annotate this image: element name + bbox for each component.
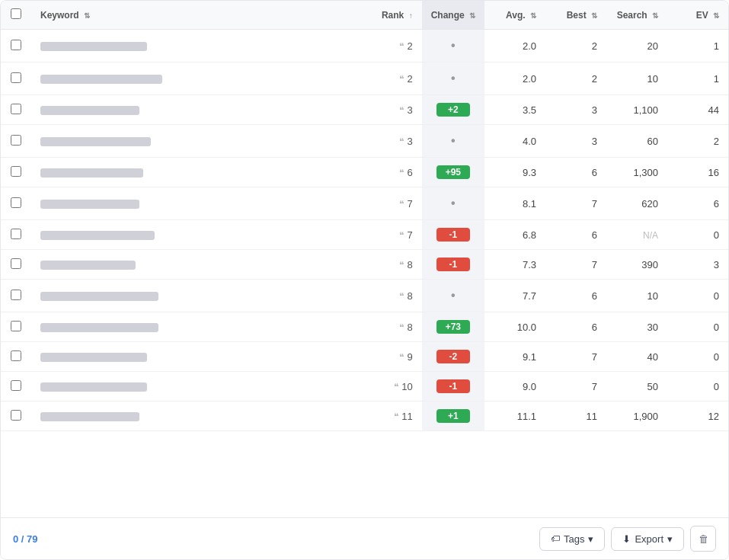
rank-cell: ❝2 (361, 62, 422, 95)
avg-cell: 4.0 (484, 125, 545, 158)
row-checkbox[interactable] (11, 166, 21, 177)
rank-cell: ❝8 (361, 280, 422, 312)
ev-cell: 0 (667, 312, 728, 342)
row-checkbox-cell[interactable] (1, 30, 31, 62)
delete-button[interactable]: 🗑 (690, 526, 716, 552)
change-header-label: Change (431, 10, 465, 21)
row-checkbox[interactable] (11, 229, 21, 239)
main-table-container: Keyword ⇅ Rank ↑ Change ⇅ Avg. ⇅ (0, 0, 729, 560)
rank-cell: ❝6 (361, 158, 422, 187)
search-cell: 10 (606, 62, 667, 95)
row-checkbox[interactable] (11, 380, 21, 391)
rank-value: 8 (407, 322, 412, 333)
ev-cell: 1 (667, 30, 728, 62)
ev-cell: 12 (667, 402, 728, 431)
row-checkbox-cell[interactable] (1, 402, 31, 431)
keyword-column-header[interactable]: Keyword ⇅ (31, 1, 361, 30)
row-checkbox-cell[interactable] (1, 187, 31, 220)
row-checkbox[interactable] (11, 72, 21, 83)
row-checkbox[interactable] (11, 135, 21, 146)
row-checkbox[interactable] (11, 290, 21, 300)
change-dot: • (436, 37, 470, 54)
avg-cell: 2.0 (484, 62, 545, 95)
rank-header-label: Rank (382, 10, 404, 21)
rank-cell: ❝7 (361, 220, 422, 250)
change-dot: • (436, 287, 470, 304)
rank-cell: ❝8 (361, 250, 422, 280)
row-checkbox-cell[interactable] (1, 250, 31, 280)
keyword-blurred-text (40, 75, 162, 84)
table-row: ❝3•4.03602 (1, 125, 728, 158)
best-column-header[interactable]: Best ⇅ (545, 1, 606, 30)
export-chevron-icon: ▾ (667, 533, 673, 545)
keyword-cell (31, 220, 361, 250)
rank-quote-icon: ❝ (399, 352, 404, 363)
rank-quote-icon: ❝ (399, 74, 404, 85)
keyword-cell (31, 372, 361, 402)
row-checkbox-cell[interactable] (1, 62, 31, 95)
keyword-blurred-text (40, 292, 158, 301)
rank-value: 7 (407, 198, 412, 210)
ev-cell: 6 (667, 187, 728, 220)
keyword-blurred-text (40, 200, 139, 209)
trash-icon: 🗑 (699, 533, 708, 545)
rank-cell: ❝8 (361, 312, 422, 342)
rank-cell: ❝2 (361, 30, 422, 62)
keyword-blurred-text (40, 382, 147, 392)
avg-column-header[interactable]: Avg. ⇅ (484, 1, 545, 30)
change-column-header[interactable]: Change ⇅ (422, 1, 484, 30)
best-cell: 6 (545, 280, 606, 312)
row-checkbox[interactable] (11, 40, 21, 50)
change-cell: -1 (422, 372, 484, 402)
row-checkbox-cell[interactable] (1, 312, 31, 342)
keyword-cell (31, 125, 361, 158)
best-cell: 2 (545, 30, 606, 62)
row-checkbox[interactable] (11, 197, 21, 208)
search-column-header[interactable]: Search ⇅ (606, 1, 667, 30)
export-button[interactable]: ⬇ Export ▾ (611, 527, 684, 551)
ev-column-header[interactable]: EV ⇅ (667, 1, 728, 30)
row-checkbox-cell[interactable] (1, 372, 31, 402)
row-count: 0 / 79 (13, 533, 38, 545)
keyword-blurred-text (40, 261, 136, 270)
keyword-blurred-text (40, 412, 139, 421)
table-wrapper[interactable]: Keyword ⇅ Rank ↑ Change ⇅ Avg. ⇅ (1, 1, 728, 517)
select-all-checkbox[interactable] (11, 8, 21, 19)
change-cell: • (422, 125, 484, 158)
row-checkbox-cell[interactable] (1, 220, 31, 250)
avg-cell: 9.1 (484, 342, 545, 372)
change-cell: -1 (422, 220, 484, 250)
row-checkbox[interactable] (11, 258, 21, 269)
avg-cell: 7.7 (484, 280, 545, 312)
row-checkbox-cell[interactable] (1, 95, 31, 125)
avg-cell: 6.8 (484, 220, 545, 250)
row-checkbox[interactable] (11, 410, 21, 421)
row-checkbox[interactable] (11, 350, 21, 361)
change-cell: • (422, 30, 484, 62)
rank-value: 7 (407, 229, 412, 241)
row-checkbox-cell[interactable] (1, 158, 31, 187)
best-cell: 7 (545, 250, 606, 280)
keyword-cell (31, 312, 361, 342)
search-header-label: Search (617, 10, 647, 21)
row-checkbox[interactable] (11, 104, 21, 114)
table-row: ❝8-17.373903 (1, 250, 728, 280)
keyword-blurred-text (40, 137, 151, 146)
search-cell: 390 (606, 250, 667, 280)
row-checkbox-cell[interactable] (1, 280, 31, 312)
ev-header-label: EV (696, 10, 708, 21)
select-all-header[interactable] (1, 1, 31, 30)
row-checkbox-cell[interactable] (1, 125, 31, 158)
keywords-table: Keyword ⇅ Rank ↑ Change ⇅ Avg. ⇅ (1, 1, 728, 431)
keyword-cell (31, 187, 361, 220)
table-row: ❝6+959.361,30016 (1, 158, 728, 187)
rank-column-header[interactable]: Rank ↑ (361, 1, 422, 30)
rank-quote-icon: ❝ (394, 382, 398, 392)
best-cell: 2 (545, 62, 606, 95)
change-cell: -1 (422, 250, 484, 280)
row-checkbox[interactable] (11, 321, 21, 331)
row-checkbox-cell[interactable] (1, 342, 31, 372)
tags-button[interactable]: 🏷 Tags ▾ (539, 527, 605, 551)
change-badge: +73 (436, 320, 470, 334)
change-sort-icon: ⇅ (469, 11, 475, 20)
